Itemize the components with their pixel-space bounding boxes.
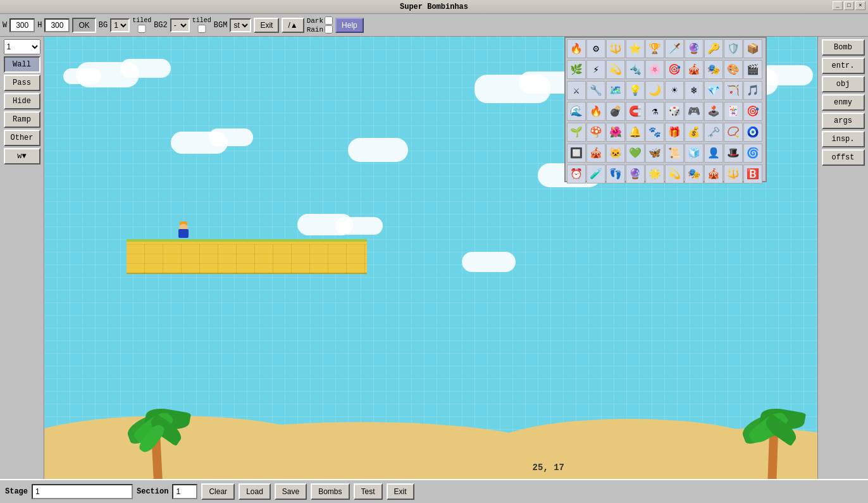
enmy-button[interactable]: enmy <box>822 94 865 111</box>
icon-cell-41[interactable]: 🍄 <box>586 123 605 142</box>
icon-cell-38[interactable]: 🃏 <box>724 102 743 121</box>
section-input[interactable] <box>172 484 197 499</box>
icon-cell-50[interactable]: 🔲 <box>567 144 586 163</box>
canvas-area[interactable]: 🔥⚙️🔱⭐🏆🗡️🔮🔑🛡️📦🌿⚡💫🔩🌸🎯🎪🎭🎨🎬⚔️🔧🗺️💡🌙☀️❄️💎🏹🎵🌊🔥💣… <box>44 37 817 479</box>
icon-cell-31[interactable]: 🔥 <box>586 102 605 121</box>
icon-cell-49[interactable]: 🧿 <box>743 123 762 142</box>
bg-select[interactable]: 123 <box>110 18 130 32</box>
icon-cell-7[interactable]: 🔑 <box>704 39 723 58</box>
icon-cell-18[interactable]: 🎨 <box>724 60 743 79</box>
obj-button[interactable]: obj <box>822 76 865 92</box>
icon-cell-37[interactable]: 🕹️ <box>704 102 723 121</box>
icon-cell-30[interactable]: 🌊 <box>567 102 586 121</box>
icon-cell-10[interactable]: 🌿 <box>567 60 586 79</box>
icon-cell-12[interactable]: 💫 <box>606 60 625 79</box>
icon-cell-3[interactable]: ⭐ <box>626 39 645 58</box>
icon-cell-6[interactable]: 🔮 <box>685 39 704 58</box>
layer-select[interactable]: 123 <box>4 39 40 54</box>
icon-cell-53[interactable]: 💚 <box>626 144 645 163</box>
icon-cell-66[interactable]: 🎭 <box>685 165 704 183</box>
icon-cell-54[interactable]: 🦋 <box>645 144 664 163</box>
icon-cell-2[interactable]: 🔱 <box>606 39 625 58</box>
dark-checkbox[interactable] <box>325 16 333 25</box>
w-dropdown-button[interactable]: w▼ <box>4 148 40 165</box>
icon-cell-15[interactable]: 🎯 <box>665 60 684 79</box>
icon-cell-43[interactable]: 🔔 <box>626 123 645 142</box>
icon-cell-27[interactable]: 💎 <box>704 81 723 100</box>
entr-button[interactable]: entr. <box>822 58 865 74</box>
tiled2-checkbox[interactable] <box>192 25 211 33</box>
save-button[interactable]: Save <box>275 483 307 500</box>
clear-button[interactable]: Clear <box>201 483 235 500</box>
stage-input[interactable] <box>32 484 133 499</box>
ok-button[interactable]: OK <box>72 18 96 33</box>
icon-cell-28[interactable]: 🏹 <box>724 81 743 100</box>
icon-cell-5[interactable]: 🗡️ <box>665 39 684 58</box>
icon-cell-63[interactable]: 🔮 <box>626 165 645 183</box>
icon-cell-13[interactable]: 🔩 <box>626 60 645 79</box>
maximize-button[interactable]: □ <box>844 1 854 10</box>
icon-cell-39[interactable]: 🎯 <box>743 102 762 121</box>
icon-cell-62[interactable]: 👣 <box>606 165 625 183</box>
icon-cell-32[interactable]: 💣 <box>606 102 625 121</box>
window-controls[interactable]: _ □ × <box>833 1 865 10</box>
test-button[interactable]: Test <box>354 483 383 500</box>
icon-cell-67[interactable]: 🎪 <box>704 165 723 183</box>
insp-button[interactable]: insp. <box>822 131 865 147</box>
icon-cell-60[interactable]: ⏰ <box>567 165 586 183</box>
icon-cell-51[interactable]: 🎪 <box>586 144 605 163</box>
icon-cell-22[interactable]: 🗺️ <box>606 81 625 100</box>
ramp-button[interactable]: Ramp <box>4 111 40 128</box>
icon-cell-68[interactable]: 🔱 <box>724 165 743 183</box>
icon-cell-23[interactable]: 💡 <box>626 81 645 100</box>
icon-cell-35[interactable]: 🎲 <box>665 102 684 121</box>
icon-cell-45[interactable]: 🎁 <box>665 123 684 142</box>
icon-cell-21[interactable]: 🔧 <box>586 81 605 100</box>
hide-button[interactable]: Hide <box>4 93 40 109</box>
bg2-select[interactable]: -12 <box>170 18 190 32</box>
icon-cell-58[interactable]: 🎩 <box>724 144 743 163</box>
h-input[interactable] <box>44 18 70 32</box>
slash-button[interactable]: /▲ <box>282 18 304 33</box>
icon-cell-40[interactable]: 🌱 <box>567 123 586 142</box>
icon-cell-11[interactable]: ⚡ <box>586 60 605 79</box>
icon-cell-0[interactable]: 🔥 <box>567 39 586 58</box>
icon-cell-48[interactable]: 📿 <box>724 123 743 142</box>
icon-cell-61[interactable]: 🧪 <box>586 165 605 183</box>
icon-cell-69[interactable]: 🅱️ <box>743 165 762 183</box>
icon-cell-9[interactable]: 📦 <box>743 39 762 58</box>
icon-cell-56[interactable]: 🧊 <box>685 144 704 163</box>
icon-cell-33[interactable]: 🧲 <box>626 102 645 121</box>
w-input[interactable] <box>9 18 35 32</box>
icon-cell-44[interactable]: 🐾 <box>645 123 664 142</box>
pass-button[interactable]: Pass <box>4 75 40 91</box>
icon-cell-25[interactable]: ☀️ <box>665 81 684 100</box>
bomb-button[interactable]: Bomb <box>822 39 865 56</box>
icon-cell-20[interactable]: ⚔️ <box>567 81 586 100</box>
icon-cell-42[interactable]: 🌺 <box>606 123 625 142</box>
help-button[interactable]: Help <box>335 18 364 33</box>
icon-cell-24[interactable]: 🌙 <box>645 81 664 100</box>
minimize-button[interactable]: _ <box>833 1 843 10</box>
bgm-select[interactable]: st12 <box>230 18 251 32</box>
icon-cell-17[interactable]: 🎭 <box>704 60 723 79</box>
bombs-button[interactable]: Bombs <box>311 483 349 500</box>
icon-cell-36[interactable]: 🎮 <box>685 102 704 121</box>
icon-cell-4[interactable]: 🏆 <box>645 39 664 58</box>
icon-cell-19[interactable]: 🎬 <box>743 60 762 79</box>
icon-cell-52[interactable]: 🐱 <box>606 144 625 163</box>
rain-checkbox[interactable] <box>325 25 333 34</box>
icon-cell-59[interactable]: 🌀 <box>743 144 762 163</box>
icon-cell-34[interactable]: ⚗️ <box>645 102 664 121</box>
icon-cell-46[interactable]: 💰 <box>685 123 704 142</box>
icon-cell-1[interactable]: ⚙️ <box>586 39 605 58</box>
exit-bottom-button[interactable]: Exit <box>387 483 414 500</box>
icon-cell-65[interactable]: 💫 <box>665 165 684 183</box>
icon-cell-26[interactable]: ❄️ <box>685 81 704 100</box>
icon-cell-14[interactable]: 🌸 <box>645 60 664 79</box>
tiled1-checkbox[interactable] <box>132 25 151 33</box>
other-button[interactable]: Other <box>4 130 40 146</box>
icon-cell-16[interactable]: 🎪 <box>685 60 704 79</box>
icon-cell-57[interactable]: 👤 <box>704 144 723 163</box>
icon-cell-47[interactable]: 🗝️ <box>704 123 723 142</box>
